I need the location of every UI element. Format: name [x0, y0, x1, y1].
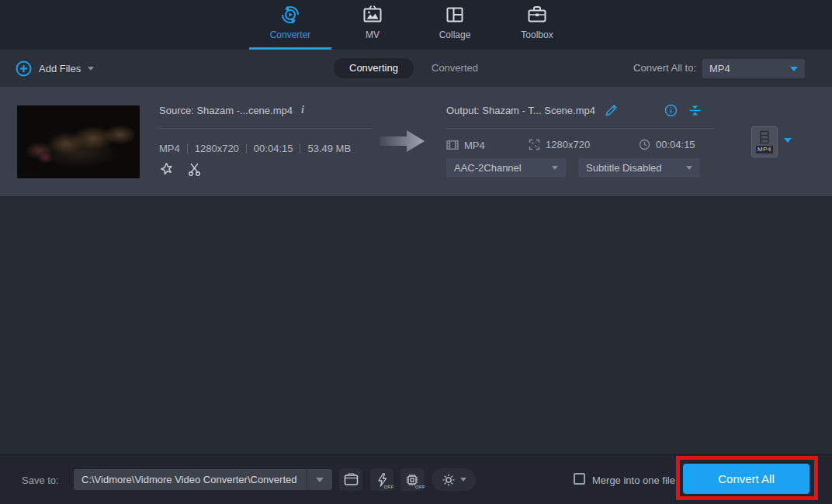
collage-icon	[443, 3, 466, 26]
top-nav: Converter MV Collage	[0, 0, 832, 50]
duration-clock-icon	[639, 139, 650, 150]
gpu-chip-button[interactable]: OFF	[400, 468, 424, 491]
video-thumbnail[interactable]	[17, 105, 140, 178]
output-settings-icon[interactable]	[688, 104, 702, 117]
convert-all-to-value: MP4	[709, 63, 790, 74]
settings-button[interactable]	[432, 468, 476, 491]
source-meta: MP4 1280x720 00:04:15 53.49 MB	[159, 143, 351, 154]
toolbox-icon	[525, 3, 549, 26]
mv-icon	[361, 3, 384, 26]
converter-icon	[279, 3, 302, 26]
cut-scissors-icon[interactable]	[187, 162, 202, 177]
output-resolution: 1280x720	[546, 139, 590, 150]
tab-mv[interactable]: MV	[331, 0, 414, 50]
save-path-caret[interactable]	[307, 478, 332, 482]
output-divider	[446, 128, 714, 129]
rename-pencil-icon[interactable]	[605, 104, 618, 117]
tab-converter-label: Converter	[270, 29, 311, 40]
subtitle-dropdown[interactable]: Subtitle Disabled	[578, 158, 700, 178]
subtitle-caret-icon	[686, 166, 692, 170]
tab-toolbox[interactable]: Toolbox	[496, 0, 578, 50]
hardware-acceleration-button[interactable]: OFF	[370, 468, 393, 491]
source-divider	[159, 128, 373, 129]
converted-label: Converted	[432, 62, 478, 74]
add-files-label: Add Files	[39, 63, 81, 74]
convert-all-to-dropdown[interactable]: MP4	[702, 59, 805, 78]
add-plus-icon	[16, 60, 32, 77]
converting-label: Converting	[349, 62, 398, 74]
source-info-icon[interactable]: i	[301, 104, 304, 116]
resolution-icon	[529, 139, 540, 150]
vidmore-video-converter-window: { "nav": { "tabs": [ { "label": "Convert…	[0, 0, 832, 504]
output-format-caret-icon[interactable]	[784, 138, 792, 143]
add-files-caret-icon	[88, 67, 94, 71]
format-film-icon	[446, 139, 459, 151]
filmstrip-icon	[758, 130, 771, 144]
source-resolution: 1280x720	[195, 143, 239, 154]
tab-converter[interactable]: Converter	[249, 0, 331, 50]
toolbar: Add Files Converting Converted Convert A…	[0, 50, 832, 87]
converted-tab[interactable]: Converted	[432, 50, 478, 87]
open-folder-button[interactable]	[339, 468, 362, 491]
save-to-label: Save to:	[22, 475, 59, 486]
gear-icon	[442, 473, 456, 487]
save-path-field[interactable]: C:\Vidmore\Vidmore Video Converter\Conve…	[74, 469, 332, 490]
subtitle-value: Subtitle Disabled	[586, 162, 686, 174]
merge-into-one-file-checkbox[interactable]	[574, 473, 585, 485]
source-format: MP4	[159, 143, 180, 154]
convert-all-to-label: Convert All to:	[633, 50, 696, 87]
source-filename: Source: Shazam -...cene.mp4	[159, 105, 293, 116]
convert-all-button[interactable]: Convert All	[683, 464, 809, 494]
format-badge: MP4	[756, 146, 773, 154]
merge-into-one-file-label: Merge into one file	[592, 475, 675, 486]
settings-caret-icon	[460, 478, 466, 482]
tab-mv-label: MV	[366, 29, 380, 40]
tab-collage-label: Collage	[439, 29, 471, 40]
audio-track-caret-icon	[552, 166, 558, 170]
output-format: MP4	[464, 140, 485, 151]
add-files-button[interactable]: Add Files	[16, 50, 94, 87]
tab-toolbox-label: Toolbox	[521, 29, 553, 40]
output-info-icon[interactable]	[664, 104, 678, 117]
save-path-value: C:\Vidmore\Vidmore Video Converter\Conve…	[74, 474, 307, 485]
converting-tab[interactable]: Converting	[334, 58, 414, 78]
convert-direction-arrow-icon	[380, 127, 426, 155]
file-list-row: Source: Shazam -...cene.mp4 i MP4 1280x7…	[0, 87, 832, 196]
output-duration: 00:04:15	[656, 139, 695, 150]
nav-tabs: Converter MV Collage	[249, 0, 578, 50]
chip-off-label: OFF	[415, 485, 425, 489]
convert-all-to-caret-icon	[790, 67, 798, 71]
audio-track-dropdown[interactable]: AAC-2Channel	[446, 158, 566, 178]
hw-accel-off-label: OFF	[384, 485, 394, 489]
source-duration: 00:04:15	[254, 143, 293, 154]
edit-effects-icon[interactable]	[159, 162, 174, 177]
output-format-button[interactable]: MP4	[751, 126, 778, 157]
audio-track-value: AAC-2Channel	[454, 162, 552, 174]
tab-collage[interactable]: Collage	[414, 0, 496, 50]
source-size: 53.49 MB	[307, 143, 351, 154]
output-filename: Output: Shazam - T... Scene.mp4	[446, 105, 595, 116]
